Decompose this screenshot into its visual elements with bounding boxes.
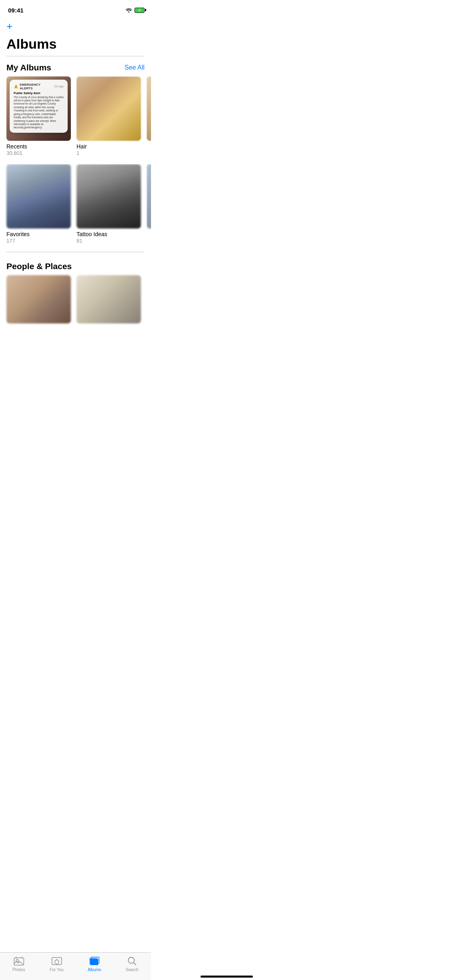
my-albums-title: My Albums	[6, 63, 51, 72]
album-name-tattoo: Tattoo Ideas	[77, 231, 141, 237]
album-count-tattoo: 81	[77, 238, 141, 244]
battery-icon: ⚡	[134, 8, 145, 13]
album-count-favorites: 177	[6, 238, 71, 244]
battery-charging-icon: ⚡	[137, 8, 142, 12]
emergency-overlay: ⚠️ EMERGENCY ALERTS 2m ago Public Safety…	[10, 80, 68, 133]
status-icons: ⚡	[126, 8, 145, 13]
emergency-time: 2m ago	[54, 85, 64, 88]
status-time: 09:41	[8, 7, 23, 14]
section-divider-middle	[6, 252, 145, 252]
album-name-recents: Recents	[6, 143, 71, 150]
album-thumb-partial-w	[147, 164, 151, 229]
people-places-title: People & Places	[6, 261, 72, 271]
album-tattoo[interactable]: Tattoo Ideas 81	[77, 164, 141, 244]
my-albums-header: My Albums See All	[0, 56, 151, 76]
people-thumbs	[0, 275, 151, 323]
people-thumb-2[interactable]	[77, 275, 141, 323]
emergency-header: ⚠️ EMERGENCY ALERTS 2m ago	[14, 83, 64, 90]
album-recents[interactable]: ⚠️ EMERGENCY ALERTS 2m ago Public Safety…	[6, 76, 71, 156]
album-thumb-hair	[77, 76, 141, 141]
emergency-body: The County of LA is declaring that a cur…	[14, 96, 64, 130]
add-button[interactable]: +	[6, 21, 12, 31]
people-thumb-1[interactable]	[6, 275, 71, 323]
album-count-recents: 30,801	[6, 150, 71, 156]
albums-row-2: Favorites 177 Tattoo Ideas 81	[0, 164, 151, 244]
page-title: Albums	[0, 33, 151, 56]
album-favorites[interactable]: Favorites 177	[6, 164, 71, 244]
emergency-alert-label: Public Safety Alert	[14, 91, 64, 95]
album-partial-w[interactable]	[147, 164, 151, 244]
see-all-button[interactable]: See All	[124, 64, 145, 71]
album-thumb-favorites	[6, 164, 71, 229]
album-partial-t[interactable]	[147, 76, 151, 156]
status-bar: 09:41 ⚡	[0, 0, 151, 18]
album-name-hair: Hair	[77, 143, 141, 150]
people-places-header: People & Places	[0, 255, 151, 275]
people-places-section: People & Places	[0, 255, 151, 323]
wifi-icon	[126, 8, 132, 12]
album-count-hair: 1	[77, 150, 141, 156]
album-thumb-partial-t	[147, 76, 151, 141]
emergency-title: EMERGENCY ALERTS	[20, 83, 53, 90]
album-thumb-tattoo	[77, 164, 141, 229]
albums-row-1: ⚠️ EMERGENCY ALERTS 2m ago Public Safety…	[0, 76, 151, 156]
album-name-favorites: Favorites	[6, 231, 71, 237]
album-thumb-recents: ⚠️ EMERGENCY ALERTS 2m ago Public Safety…	[6, 76, 71, 141]
album-hair[interactable]: Hair 1	[77, 76, 141, 156]
emergency-icon: ⚠️	[14, 84, 18, 89]
header-area: +	[0, 18, 151, 33]
